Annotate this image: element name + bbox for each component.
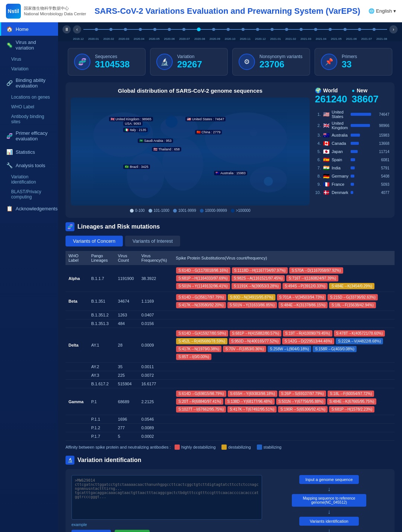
legend-100k: >100000 bbox=[231, 208, 251, 213]
sidebar-item-blast[interactable]: BLAST/Privacy computing bbox=[0, 187, 58, 202]
search-button[interactable]: 🔍 Search bbox=[71, 530, 111, 532]
tl-dot-active[interactable] bbox=[197, 28, 201, 31]
spike-0-4: S:982S→A(1161521/97.45%) bbox=[232, 275, 285, 281]
tl-dot-17[interactable] bbox=[344, 28, 347, 31]
sidebar-item-antibody[interactable]: Antibody binding sites bbox=[0, 112, 58, 127]
timeline-pause-btn[interactable]: ⏸ bbox=[63, 25, 71, 34]
sidebar-item-statistics[interactable]: 📊 Statistics bbox=[0, 145, 58, 159]
pango-0: B.1.1.7 bbox=[88, 265, 115, 292]
stat-info-3: Primers 33 bbox=[342, 54, 357, 70]
who-label-0: Alpha bbox=[66, 265, 88, 292]
timeline-next-btn[interactable]: › bbox=[389, 25, 398, 34]
tl-dot-8[interactable] bbox=[212, 28, 215, 31]
pango-5: AY.2 bbox=[88, 363, 115, 371]
rank-row-8[interactable]: 9. 🇫🇷 France 5093 bbox=[315, 180, 389, 188]
spike-1-2: S:701A→V(34503/94.73%) bbox=[277, 294, 326, 300]
tl-dot-3[interactable] bbox=[139, 28, 142, 31]
sidebar-item-locations[interactable]: Locations on genes bbox=[0, 92, 58, 102]
sidebar-item-virus[interactable]: Virus bbox=[0, 54, 58, 64]
rank-bar-wrap-9 bbox=[351, 191, 373, 194]
sidebar-item-variation[interactable]: Variation bbox=[0, 64, 58, 74]
tl-dot-0[interactable] bbox=[95, 28, 98, 31]
spike-1-7: S:18L→F(15638/42.94%) bbox=[329, 302, 376, 308]
freq-11: 0.0002 bbox=[138, 432, 173, 441]
tl-dot-6[interactable] bbox=[182, 28, 185, 31]
tl-dot-10[interactable] bbox=[242, 28, 245, 31]
tl-dot-9[interactable] bbox=[227, 28, 230, 31]
spike-8-0: S:614D→G(69815/98.79%) bbox=[176, 391, 226, 397]
who-label-6 bbox=[66, 371, 88, 380]
spike-4-6: S:142G→D(229513/44.46%) bbox=[282, 338, 334, 344]
lineage-row-10: P.1.2 277 0.0089 bbox=[66, 424, 395, 432]
tl-dot-16[interactable] bbox=[329, 28, 332, 31]
rank-flag-4: 🇯🇵 bbox=[323, 149, 329, 154]
tl-dot-18[interactable] bbox=[358, 28, 361, 31]
tl-dot-14[interactable] bbox=[300, 28, 303, 31]
rank-row-3[interactable]: 4. 🇨🇦 Canada 13668 bbox=[315, 139, 389, 147]
lineage-row-4: Delta AY.1 28 0.0009 S:614D→G(415927/80.… bbox=[66, 328, 395, 363]
tab-variants-interest[interactable]: Variants of Interest bbox=[125, 236, 180, 246]
tl-dot-2[interactable] bbox=[124, 28, 127, 31]
tl-dot-11[interactable] bbox=[256, 28, 259, 31]
timeline-prev-btn[interactable]: ‹ bbox=[73, 25, 81, 34]
spike-container-8: S:614D→G(69815/98.79%)S:655H→Y(69383/98.… bbox=[176, 390, 392, 413]
rank-row-2[interactable]: 3. 🇦🇺 Australia 15983 bbox=[315, 131, 389, 139]
spike-4-2: S:19T→R(410090/79.45%) bbox=[283, 330, 332, 337]
genome-input[interactable] bbox=[71, 475, 262, 520]
spike-4-9: S:70V→F(1853/0.36%) bbox=[223, 346, 266, 352]
spike-4-12: S:85T→I(0/0.00%) bbox=[176, 354, 211, 360]
sidebar-item-home[interactable]: 🏠 Home bbox=[0, 22, 58, 36]
lineage-row-9: P.1.1 1696 0.0546 bbox=[66, 415, 395, 424]
sidebar-item-binding[interactable]: 🔗 Binding ability evaluation bbox=[0, 74, 58, 92]
stat-value-2: 23706 bbox=[259, 59, 302, 70]
legend-dot-101-1000 bbox=[149, 209, 152, 213]
pango-9: P.1.1 bbox=[88, 415, 115, 424]
language-selector[interactable]: 🌐 English ▾ bbox=[368, 8, 396, 14]
rank-row-1[interactable]: 2. 🇬🇧 United Kingdom 98966 bbox=[315, 120, 389, 131]
stat-label-2: Nonsynonym variants bbox=[259, 54, 302, 59]
rank-bar-wrap-8 bbox=[351, 183, 373, 186]
rank-val-7: 5408 bbox=[375, 174, 389, 178]
tl-dot-13[interactable] bbox=[285, 28, 288, 31]
tab-variants-concern[interactable]: Variants of Concern bbox=[66, 236, 123, 246]
tl-dot-19[interactable] bbox=[373, 28, 376, 31]
tl-dot-4[interactable] bbox=[153, 28, 156, 31]
tl-line-17 bbox=[332, 29, 343, 30]
freq-2: 0.0407 bbox=[138, 311, 173, 319]
who-label-5 bbox=[66, 363, 88, 371]
rank-row-0[interactable]: 1. 🇺🇸 United States 74647 bbox=[315, 109, 389, 120]
count-3: 484 bbox=[115, 319, 138, 328]
sidebar-item-acknowledgements[interactable]: 📋 Acknowledgements bbox=[0, 202, 58, 215]
rank-row-6[interactable]: 7. 🇮🇳 India 5791 bbox=[315, 164, 389, 172]
pango-3: B.1.351.3 bbox=[88, 319, 115, 328]
sidebar-item-virus-variation[interactable]: 🦠 Virus and variation bbox=[0, 36, 58, 54]
sidebar-item-var-id[interactable]: Variation identification bbox=[0, 172, 58, 187]
variation-inner: example 🔍 Search ↺ Reset bbox=[66, 469, 395, 532]
primer-icon: 🧬 bbox=[6, 133, 13, 139]
rank-bar-wrap-1 bbox=[351, 124, 373, 127]
lineage-row-1: Beta B.1.351 34674 1.1169 S:614D→G(35617… bbox=[66, 292, 395, 311]
example-link[interactable]: example bbox=[71, 522, 262, 527]
tl-dot-15[interactable] bbox=[314, 28, 317, 31]
spike-8-4: S:20T→R(68840/97.41%) bbox=[176, 398, 223, 405]
rank-row-4[interactable]: 5. 🇯🇵 Japan 11714 bbox=[315, 147, 389, 156]
sidebar-item-analysis[interactable]: 🔧 Analysis tools bbox=[0, 159, 58, 172]
rank-row-5[interactable]: 6. 🇪🇸 Spain 6081 bbox=[315, 156, 389, 164]
svg-point-8 bbox=[250, 129, 257, 137]
rank-bar-wrap-3 bbox=[351, 142, 373, 145]
rank-val-3: 13668 bbox=[375, 141, 389, 146]
flow-arrow-1: ↓ bbox=[328, 485, 331, 493]
rank-row-7[interactable]: 8. 🇩🇪 Germany 5408 bbox=[315, 172, 389, 180]
rank-num-1: 2. bbox=[315, 123, 321, 128]
tl-dot-5[interactable] bbox=[168, 28, 171, 31]
legend-dot-10k-99k bbox=[200, 209, 204, 213]
spike-container-0: S:614D→G(1170018/98.16%)S:1118D→H(116773… bbox=[176, 267, 392, 290]
rank-row-9[interactable]: 10. 🇩🇰 Denmark 4077 bbox=[315, 188, 389, 197]
tl-dot-12[interactable] bbox=[271, 28, 274, 31]
rank-name-3: Canada bbox=[332, 141, 348, 146]
timeline-labels: 2019.12 2020.01 2020.02 2020.03 2020.04 … bbox=[58, 36, 402, 41]
sidebar-item-who-label[interactable]: WHO Label bbox=[0, 102, 58, 112]
sidebar-item-primer[interactable]: 🧬 Primer efficacy evaluation bbox=[0, 127, 58, 145]
reset-button[interactable]: ↺ Reset bbox=[115, 530, 150, 532]
tl-dot-1[interactable] bbox=[109, 28, 112, 31]
